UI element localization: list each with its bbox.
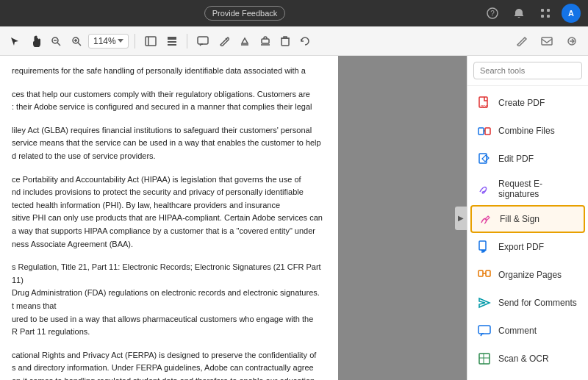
doc-para-2: ces that help our customers comply with … — [12, 88, 326, 114]
right-panel: PDF Create PDF Combine Files Edit PDF — [467, 56, 588, 380]
fill-sign-icon — [478, 211, 494, 227]
svg-rect-24 — [542, 37, 552, 45]
top-bar: Provide Feedback ? A — [0, 0, 588, 26]
svg-rect-2 — [541, 9, 544, 12]
svg-text:PDF: PDF — [481, 104, 488, 109]
doc-para-4: ce Portability and Accountability Act (H… — [12, 173, 326, 251]
svg-rect-4 — [541, 15, 544, 18]
main-area: requirements for the safe handling of pe… — [0, 56, 588, 380]
combine-files-icon — [476, 123, 492, 139]
svg-rect-35 — [479, 354, 490, 364]
top-bar-right: ? A — [482, 3, 581, 24]
comment-icon — [476, 323, 492, 339]
doc-para-1: requirements for the safe handling of pe… — [12, 65, 326, 78]
tool-item-protect[interactable]: Protect — [467, 373, 588, 380]
svg-rect-31 — [479, 241, 486, 250]
undo-button[interactable] — [296, 33, 314, 49]
svg-rect-18 — [198, 37, 208, 44]
tool-item-request-esignatures[interactable]: Request E-signatures — [467, 173, 588, 205]
panel-expand-button[interactable]: ▶ — [455, 207, 467, 230]
svg-rect-13 — [146, 37, 156, 46]
divider-1 — [135, 34, 135, 49]
doc-para-6: cational Rights and Privacy Act (FERPA) … — [12, 349, 326, 380]
page-nav-button[interactable] — [141, 33, 160, 49]
avatar[interactable]: A — [562, 4, 581, 23]
tool-item-create-pdf[interactable]: PDF Create PDF — [467, 89, 588, 117]
apps-button[interactable] — [535, 3, 556, 24]
tool-item-fill-sign[interactable]: Fill & Sign — [470, 205, 585, 233]
export-pdf-icon — [476, 239, 492, 255]
doc-para-5: s Regulation, Title 21, Part 11: Electro… — [12, 261, 326, 339]
tool-label: Create PDF — [498, 98, 545, 108]
stamp-button[interactable] — [257, 33, 274, 49]
tool-label: Scan & OCR — [498, 354, 549, 364]
toolbar-right — [512, 31, 582, 51]
tool-label: Export PDF — [498, 242, 544, 252]
svg-rect-16 — [168, 41, 176, 43]
svg-rect-3 — [547, 9, 550, 12]
help-button[interactable]: ? — [482, 3, 503, 24]
notifications-button[interactable] — [509, 3, 529, 24]
tool-label: Request E-signatures — [498, 179, 579, 199]
scan-ocr-icon — [476, 351, 492, 367]
tool-item-export-pdf[interactable]: Export PDF — [467, 233, 588, 261]
svg-line-10 — [78, 43, 81, 46]
search-tools-input[interactable] — [473, 62, 582, 79]
divider-2 — [187, 34, 187, 49]
zoom-out-button[interactable] — [47, 33, 65, 49]
pen-tool-button[interactable] — [215, 33, 233, 49]
edit-pdf-icon — [476, 151, 492, 167]
esignatures-icon — [476, 181, 492, 197]
tool-item-scan-ocr[interactable]: Scan & OCR — [467, 345, 588, 373]
tool-item-combine-files[interactable]: Combine Files — [467, 117, 588, 145]
highlight-button[interactable] — [236, 33, 254, 49]
view-mode-button[interactable] — [163, 33, 181, 49]
tool-label: Organize Pages — [498, 270, 562, 280]
toolbar: 114% — [0, 26, 588, 56]
hand-tool-button[interactable] — [26, 32, 44, 50]
zoom-level[interactable]: 114% — [88, 34, 129, 49]
share-toolbar-button[interactable] — [562, 31, 582, 51]
tool-item-organize-pages[interactable]: Organize Pages — [467, 261, 588, 289]
svg-rect-34 — [478, 326, 490, 334]
comment-button[interactable] — [193, 33, 212, 49]
doc-para-3: liley Act (GLBA) requires financial inst… — [12, 124, 326, 163]
svg-rect-29 — [485, 128, 490, 135]
tool-item-send-for-comments[interactable]: Send for Comments — [467, 289, 588, 317]
svg-rect-17 — [168, 44, 176, 46]
svg-rect-32 — [478, 270, 483, 276]
tool-label: Combine Files — [498, 126, 555, 136]
tools-list: PDF Create PDF Combine Files Edit PDF — [467, 86, 588, 380]
top-bar-center: Provide Feedback — [204, 6, 286, 21]
tool-label: Fill & Sign — [500, 214, 539, 224]
document-content: requirements for the safe handling of pe… — [0, 56, 338, 380]
tool-item-comment[interactable]: Comment — [467, 317, 588, 345]
svg-rect-21 — [262, 39, 269, 43]
svg-rect-33 — [486, 270, 490, 276]
tool-label: Send for Comments — [498, 298, 577, 308]
svg-rect-22 — [282, 38, 289, 46]
tool-label: Edit PDF — [498, 154, 534, 164]
tool-label: Comment — [498, 326, 537, 336]
send-for-comments-icon — [476, 295, 492, 311]
delete-button[interactable] — [277, 33, 293, 49]
svg-text:?: ? — [490, 10, 495, 18]
select-tool-button[interactable] — [6, 33, 24, 49]
zoom-in-button[interactable] — [68, 33, 85, 49]
email-toolbar-button[interactable] — [537, 31, 557, 51]
organize-pages-icon — [476, 267, 492, 283]
document-area: requirements for the safe handling of pe… — [0, 56, 467, 380]
svg-line-7 — [57, 43, 60, 46]
search-tools-section — [467, 56, 588, 86]
svg-rect-5 — [547, 15, 550, 18]
feedback-button[interactable]: Provide Feedback — [204, 6, 286, 21]
tool-item-edit-pdf[interactable]: Edit PDF — [467, 145, 588, 173]
svg-rect-15 — [168, 37, 176, 40]
create-pdf-icon: PDF — [476, 95, 492, 111]
svg-rect-28 — [478, 128, 484, 135]
edit-toolbar-button[interactable] — [512, 31, 532, 51]
